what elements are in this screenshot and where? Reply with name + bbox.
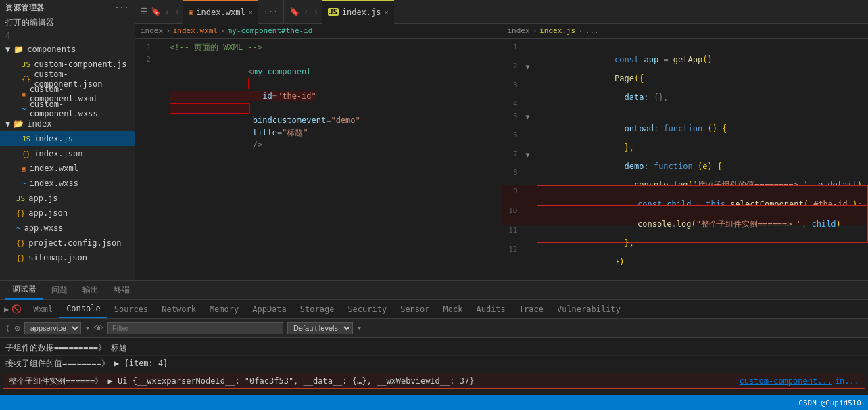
tab-output[interactable]: 输出	[76, 281, 105, 300]
tab-label: index.wxml	[196, 7, 245, 17]
tab-debugger[interactable]: 调试器	[5, 281, 43, 300]
right-code-content: 1 const app = getApp() 2 ▼ Page({	[502, 39, 869, 265]
nav-back-button[interactable]: ‹	[164, 6, 171, 17]
code-line-r10: 10 console.log("整个子组件实例======> ", child)	[502, 205, 869, 225]
left-code-content: 1 <!-- 页面的 WXML --> 2 <my-component	[135, 39, 502, 265]
chevron-down-icon: ▼	[5, 45, 10, 54]
console-source-link2[interactable]: in...	[835, 375, 859, 387]
code-line-r9: 9 const child = this.selectComponent('#t…	[502, 185, 869, 205]
service-dropdown[interactable]: appservice	[24, 322, 81, 334]
bc-component: my-component#the-id	[228, 26, 313, 35]
wxss-icon: ~	[22, 105, 26, 114]
eye-icon[interactable]: 👁	[94, 323, 103, 334]
code-line-r7: 7 ▼ demo: function (e) {	[502, 148, 869, 167]
console-play-icon[interactable]: ▶	[4, 304, 9, 314]
console-output[interactable]: 子组件的数据=========》 标题 接收子组件的值========》 ▶ {…	[0, 338, 868, 395]
tab-close-icon[interactable]: ✕	[249, 8, 253, 16]
left-code-editor[interactable]: 1 <!-- 页面的 WXML --> 2 <my-component	[135, 39, 502, 280]
bottom-panel: 调试器 问题 输出 终端 ▶ 🚫 Wxml Console	[0, 280, 868, 395]
console-controls-left: ▶ 🚫	[0, 300, 26, 319]
tab-vulnerability[interactable]: Vulnerability	[550, 300, 627, 319]
json-icon: {}	[16, 254, 25, 263]
js-tab-icon: JS	[328, 8, 339, 16]
right-code-editor[interactable]: 1 const app = getApp() 2 ▼ Page({	[502, 39, 869, 280]
console-prohibit-icon[interactable]: 🚫	[11, 304, 22, 314]
nav-back-button-right[interactable]: ‹	[302, 6, 310, 17]
file-name: app.js	[28, 193, 57, 203]
console-prohibit-icon2[interactable]: ⊘	[14, 323, 20, 334]
nav-forward-button[interactable]: ›	[174, 6, 181, 17]
tab-sensor[interactable]: Sensor	[393, 300, 436, 319]
tab-mock[interactable]: Mock	[437, 300, 470, 319]
json-icon: {}	[16, 209, 25, 218]
sidebar-header: 资源管理器 ···	[0, 0, 135, 16]
tab-problems[interactable]: 问题	[45, 281, 74, 300]
folder-components[interactable]: ▼ 📁 components	[0, 42, 135, 57]
tab-security[interactable]: Security	[341, 300, 393, 319]
sidebar-more-icon[interactable]: ···	[115, 3, 129, 12]
bc-index: index	[141, 26, 163, 35]
wxml-icon: ▣	[22, 164, 26, 173]
file-app-json[interactable]: {} app.json	[0, 206, 135, 221]
code-line-r6: 6 },	[502, 129, 869, 148]
code-line-r3: 3 data: {},	[502, 79, 869, 98]
bc-ellipsis: ...	[585, 26, 599, 35]
file-custom-component-wxss[interactable]: ~ custom-component.wxss	[0, 101, 135, 116]
js-icon: JS	[22, 60, 30, 69]
line-4-indicator: 4	[0, 30, 135, 42]
tab-audits[interactable]: Audits	[469, 300, 512, 319]
tab-trace[interactable]: Trace	[512, 300, 550, 319]
folder-name: index	[27, 119, 51, 129]
folder-index[interactable]: ▼ 📂 index	[0, 116, 135, 131]
console-log-1: 子组件的数据=========》 标题	[0, 340, 868, 356]
folder-name: components	[27, 45, 76, 54]
open-editors-label[interactable]: 打开的编辑器	[0, 16, 135, 30]
bc-wxml: index.wxml	[173, 26, 218, 35]
folder-icon: 📁	[14, 45, 24, 54]
dropdown-arrow-icon[interactable]: ▾	[85, 323, 90, 333]
tab-memory[interactable]: Memory	[203, 300, 245, 319]
status-bar: CSDN @Cupid510	[0, 395, 868, 410]
file-sitemap[interactable]: {} sitemap.json	[0, 250, 135, 265]
file-index-wxml[interactable]: ▣ index.wxml	[0, 161, 135, 176]
file-name: custom-component.wxss	[30, 99, 129, 118]
filter-input[interactable]	[107, 322, 283, 334]
bookmark-icon[interactable]: 🔖	[151, 7, 161, 16]
sidebar-toggle-icon[interactable]: ☰	[141, 7, 148, 16]
json-icon: {}	[22, 75, 30, 84]
console-source-link[interactable]: custom-component...	[740, 375, 832, 387]
console-log-3: 整个子组件实例======》 ▶ Ui {__wxExparserNodeId_…	[3, 373, 865, 389]
bc-index-r: index	[508, 26, 530, 35]
tab-console[interactable]: Console	[59, 300, 107, 319]
file-app-js[interactable]: JS app.js	[0, 191, 135, 206]
more-tabs-icon[interactable]: ···	[264, 7, 279, 16]
file-name: sitemap.json	[28, 253, 87, 263]
tab-index-wxml[interactable]: ▣ index.wxml ✕	[183, 0, 258, 24]
nav-forward-button-right[interactable]: ›	[312, 6, 320, 17]
level-select[interactable]: Default levels	[287, 322, 353, 334]
code-line-r2: 2 ▼ Page({	[502, 60, 869, 79]
bookmark-icon-right[interactable]: 🔖	[289, 7, 299, 16]
tab-network[interactable]: Network	[155, 300, 203, 319]
file-index-json[interactable]: {} index.json	[0, 146, 135, 161]
console-left-icon: ⟨	[5, 323, 10, 333]
file-app-wxss[interactable]: ~ app.wxss	[0, 221, 135, 235]
tab-index-js[interactable]: JS index.js ✕	[322, 0, 394, 24]
code-line-r11: 11 },	[502, 225, 869, 244]
tab-appdata[interactable]: AppData	[245, 300, 293, 319]
tab-terminal[interactable]: 终端	[107, 281, 137, 300]
tab-close-icon[interactable]: ✕	[385, 8, 389, 16]
level-arrow-icon[interactable]: ▾	[357, 323, 362, 333]
code-line-r8: 8 console.log('接收子组件的值========> ', e.det…	[502, 166, 869, 185]
tab-wxml[interactable]: Wxml	[26, 300, 59, 319]
tab-label: index.js	[342, 7, 381, 17]
file-project-config[interactable]: {} project.config.json	[0, 235, 135, 250]
file-index-wxss[interactable]: ~ index.wxss	[0, 176, 135, 191]
file-index-js[interactable]: JS index.js	[0, 131, 135, 146]
json-icon: {}	[16, 239, 25, 248]
tab-sources[interactable]: Sources	[107, 300, 155, 319]
left-breadcrumb: index › index.wxml › my-component#the-id	[135, 24, 502, 38]
sidebar: 资源管理器 ··· 打开的编辑器 4 ▼ 📁 components JS cus…	[0, 0, 135, 280]
bc-js: index.js	[539, 26, 575, 35]
tab-storage[interactable]: Storage	[293, 300, 341, 319]
